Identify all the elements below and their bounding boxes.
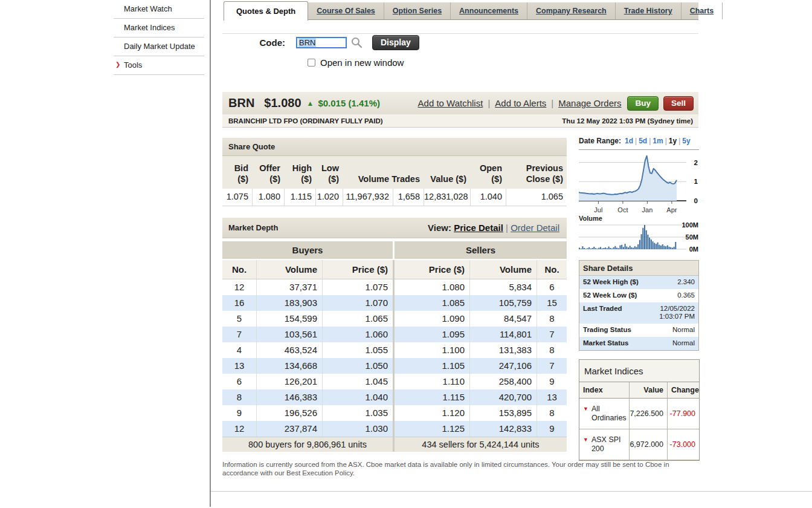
- share-quote-values: 1.0751.0801.1151.02011,967,9321,65812,83…: [222, 189, 567, 206]
- view-switcher: View: Price Detail | Order Detail: [428, 223, 559, 233]
- search-icon[interactable]: [351, 37, 362, 48]
- indices-col-header: Index: [579, 382, 629, 399]
- date-range-selector: Date Range:1d|5d|1m|1y|5y: [579, 137, 699, 150]
- share-details-row: Last Traded12/05/2022 1:03:07 PM: [579, 302, 698, 324]
- page: Market WatchMarket IndicesDaily Market U…: [0, 0, 812, 508]
- share-details-label: 52 Week High ($): [583, 278, 639, 286]
- depth-cell: 1.040: [322, 389, 393, 405]
- depth-cell: 114,801: [469, 327, 536, 342]
- buy-button[interactable]: Buy: [627, 96, 659, 111]
- table-row: 4463,5241.055: [222, 342, 393, 358]
- depth-cell: 1.045: [322, 374, 393, 389]
- share-quote-col-header: Open ($): [470, 163, 506, 184]
- sidebar-item-market-indices[interactable]: Market Indices: [114, 19, 204, 37]
- table-row: 1.115420,70013: [395, 389, 567, 405]
- tab-charts[interactable]: Charts: [682, 2, 723, 19]
- manage-orders-link[interactable]: Manage Orders: [558, 98, 621, 108]
- share-quote-col-header: Offer ($): [252, 163, 284, 184]
- depth-cell: 1.055: [322, 342, 393, 358]
- depth-cell: 1.060: [322, 327, 393, 342]
- share-quote-headers: Bid ($)Offer ($)High ($)Low ($)VolumeTra…: [222, 156, 567, 189]
- open-new-window-checkbox[interactable]: [308, 59, 315, 67]
- share-details-row: Trading StatusNormal: [579, 324, 698, 337]
- share-quote-col-header: Bid ($): [222, 163, 252, 184]
- depth-cell: 12: [222, 421, 256, 437]
- market-indices-table: IndexValueChange▼All Ordinaries7,226.500…: [579, 382, 699, 460]
- depth-cell: 37,371: [256, 279, 322, 295]
- depth-cell: 1.030: [322, 421, 393, 437]
- share-quote-panel: Share Quote Bid ($)Offer ($)High ($)Low …: [222, 138, 567, 206]
- share-quote-col-header: High ($): [284, 163, 315, 184]
- depth-cell: 7: [536, 327, 567, 342]
- depth-cell: 5: [222, 311, 256, 327]
- separator: |: [551, 98, 553, 108]
- date-range-label: Date Range:: [579, 137, 621, 145]
- depth-cell: 1.065: [322, 311, 393, 327]
- tab-trade-history[interactable]: Trade History: [616, 2, 682, 19]
- table-row: 1.110258,4009: [395, 374, 567, 389]
- add-to-watchlist-link[interactable]: Add to Watchlist: [418, 98, 483, 108]
- tab-course-of-sales[interactable]: Course Of Sales: [308, 2, 384, 19]
- share-details-value: 0.365: [677, 291, 695, 299]
- view-price-detail-link[interactable]: Price Detail: [454, 223, 503, 233]
- date-range-1y[interactable]: 1y: [669, 137, 677, 145]
- share-quote-col-header: Previous Close ($): [506, 163, 567, 184]
- code-form: Code: BRN Display: [222, 35, 419, 50]
- triangle-down-icon: ▼: [583, 435, 588, 443]
- date-range-5d[interactable]: 5d: [639, 137, 647, 145]
- market-indices-title: Market Indices: [579, 360, 699, 382]
- depth-cell: 1.115: [395, 389, 469, 405]
- depth-cell: 1.080: [395, 279, 469, 295]
- sidebar-item-daily-market-update[interactable]: Daily Market Update: [114, 37, 204, 56]
- index-name-cell: ▼All Ordinaries: [579, 399, 629, 429]
- date-range-1m[interactable]: 1m: [652, 137, 663, 145]
- depth-cell: 1.075: [322, 279, 393, 295]
- add-to-alerts-link[interactable]: Add to Alerts: [495, 98, 546, 108]
- date-range-5y[interactable]: 5y: [682, 137, 690, 145]
- code-input[interactable]: BRN: [296, 37, 347, 48]
- tab-announcements[interactable]: Announcements: [451, 2, 527, 19]
- triangle-down-icon: ▼: [583, 405, 588, 412]
- volume-chart: 0M50M100M: [579, 219, 700, 253]
- view-order-detail-link[interactable]: Order Detail: [511, 223, 559, 233]
- svg-text:50M: 50M: [686, 233, 698, 241]
- table-row: 1.0805,8346: [395, 279, 567, 295]
- separator: |: [506, 223, 508, 233]
- table-row: 1.085105,75915: [395, 295, 567, 311]
- table-row: 1.120153,8958: [395, 405, 567, 421]
- tab-quotes-depth[interactable]: Quotes & Depth: [224, 1, 308, 21]
- date-range-1d[interactable]: 1d: [625, 137, 633, 145]
- svg-text:100M: 100M: [682, 221, 698, 229]
- depth-cell: 8: [536, 405, 567, 421]
- tab-option-series[interactable]: Option Series: [384, 2, 451, 19]
- index-name-cell: ▼ASX SPI 200: [579, 429, 629, 460]
- sell-button[interactable]: Sell: [663, 96, 694, 111]
- svg-text:Jan: Jan: [642, 206, 653, 213]
- sidebar-item-market-watch[interactable]: Market Watch: [114, 0, 204, 19]
- table-row: 1.095114,8017: [395, 327, 567, 342]
- table-row: 7103,5611.060: [222, 327, 393, 342]
- divider: [222, 33, 698, 34]
- index-name: ASX SPI 200: [591, 435, 625, 454]
- index-value: 6,972.000: [629, 429, 667, 460]
- depth-cell: 1.110: [395, 374, 469, 389]
- sellers-label: Sellers: [395, 241, 567, 259]
- sidebar: Market WatchMarket IndicesDaily Market U…: [114, 0, 204, 75]
- depth-cell: 237,874: [256, 421, 322, 437]
- last-price: $1.080: [264, 96, 301, 110]
- table-row: 1.100131,3838: [395, 342, 567, 358]
- share-details-panel: Share Details 52 Week High ($)2.34052 We…: [579, 260, 699, 351]
- tab-bar: Quotes & DepthCourse Of SalesOption Seri…: [224, 2, 698, 20]
- sidebar-item-tools[interactable]: ❯Tools: [114, 56, 204, 75]
- open-new-window-label: Open in new window: [320, 57, 404, 68]
- up-arrow-icon: ▲: [307, 99, 314, 108]
- open-window-row: Open in new window: [308, 57, 404, 68]
- depth-cell: 153,895: [469, 405, 536, 421]
- depth-cell: 84,547: [469, 311, 536, 327]
- depth-cell: 7: [222, 327, 256, 342]
- tab-company-research[interactable]: Company Research: [527, 2, 616, 19]
- display-button[interactable]: Display: [372, 35, 419, 50]
- table-row: 9196,5261.035: [222, 405, 393, 421]
- ticker-symbol: BRN: [228, 96, 254, 110]
- share-quote-col-header: Low ($): [315, 163, 343, 184]
